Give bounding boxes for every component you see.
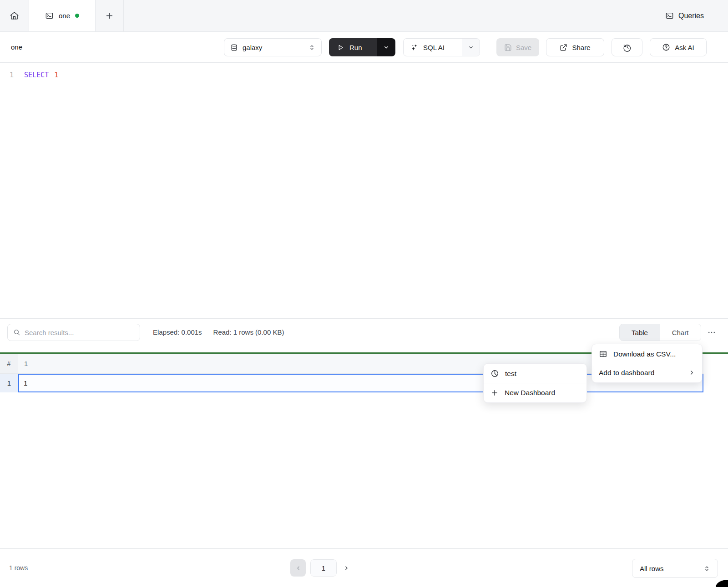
chevron-down-icon [468, 44, 474, 50]
chevron-right-icon [344, 565, 349, 571]
queries-label: Queries [678, 12, 704, 20]
results-footer: 1 rows 1 All rows [0, 548, 728, 587]
save-icon [504, 44, 512, 51]
menu-item-download-csv[interactable]: Download as CSV... [592, 345, 702, 363]
search-results-input[interactable] [25, 329, 134, 336]
menu-item-add-to-dashboard[interactable]: Add to dashboard [592, 363, 702, 382]
view-toggle-chart[interactable]: Chart [660, 324, 701, 341]
help-circle-icon [662, 43, 670, 51]
menu-item-label: Download as CSV... [613, 350, 676, 358]
ask-ai-button[interactable]: Ask AI [650, 38, 707, 56]
new-tab-button[interactable] [96, 0, 124, 31]
sql-ai-label: SQL AI [423, 44, 445, 51]
query-toolbar: one galaxy Run [0, 32, 728, 63]
run-button-group: Run [329, 38, 395, 56]
results-context-menu: Download as CSV... Add to dashboard [592, 344, 703, 383]
share-label: Share [572, 44, 590, 51]
sql-keyword: SELECT [24, 71, 49, 79]
sql-editor[interactable]: 1 SELECT1 [0, 63, 728, 318]
results-toolbar-right: Table Chart [619, 324, 716, 341]
code-text: SELECT1 [24, 71, 58, 79]
sql-ai-options-button[interactable] [462, 39, 480, 56]
database-icon [230, 44, 238, 51]
ask-ai-label: Ask AI [675, 44, 694, 51]
view-toggle-table[interactable]: Table [620, 324, 660, 341]
submenu-item-label: New Dashboard [505, 389, 555, 397]
sql-ai-button[interactable]: SQL AI [404, 39, 462, 56]
current-page-button[interactable]: 1 [310, 559, 337, 577]
run-options-button[interactable] [377, 38, 395, 56]
search-results-box [7, 324, 140, 341]
next-page-button[interactable] [341, 559, 351, 577]
home-icon [10, 11, 19, 20]
unsaved-status-dot [75, 14, 79, 18]
chevron-down-icon [383, 44, 389, 50]
sql-console-app: one Queries one [0, 0, 728, 587]
terminal-icon [665, 11, 674, 20]
view-toggle: Table Chart [619, 324, 701, 341]
submenu-item-test[interactable]: test [484, 364, 586, 383]
terminal-icon [45, 11, 54, 20]
chevrons-updown-icon [308, 44, 315, 51]
row-count: 1 rows [9, 564, 28, 572]
pagination: 1 [290, 559, 351, 577]
sql-number: 1 [54, 71, 58, 79]
history-button[interactable] [612, 38, 642, 56]
queries-button[interactable]: Queries [665, 0, 704, 31]
submenu-item-label: test [505, 370, 516, 378]
previous-page-button[interactable] [290, 559, 306, 577]
row-index: 1 [0, 374, 18, 392]
elapsed-stat: Elapsed: 0.001s [153, 324, 202, 341]
share-icon [560, 44, 567, 51]
chevrons-updown-icon [703, 565, 710, 572]
ellipsis-icon [707, 328, 716, 337]
history-icon [623, 43, 632, 52]
home-tab[interactable] [0, 0, 29, 31]
run-button[interactable]: Run [329, 38, 377, 56]
plus-icon [105, 11, 114, 20]
share-button[interactable]: Share [546, 38, 604, 56]
pie-chart-icon [490, 369, 499, 378]
editor-line: 1 SELECT1 [0, 70, 728, 80]
read-stat: Read: 1 rows (0.00 KB) [213, 324, 284, 341]
save-label: Save [516, 44, 531, 51]
database-select[interactable]: galaxy [224, 38, 322, 56]
results-more-button[interactable] [707, 324, 716, 341]
tab-one[interactable]: one [29, 0, 96, 31]
save-button[interactable]: Save [496, 38, 539, 56]
table-grid-icon [599, 350, 607, 358]
index-column-header: # [0, 354, 18, 373]
menu-item-label: Add to dashboard [599, 369, 654, 377]
sql-ai-button-group: SQL AI [403, 38, 480, 56]
run-label: Run [349, 44, 362, 51]
page-size-value: All rows [640, 565, 664, 572]
submenu-item-new-dashboard[interactable]: New Dashboard [484, 383, 586, 402]
chevron-right-icon [688, 369, 695, 376]
query-title: one [11, 43, 22, 51]
database-value: galaxy [243, 44, 262, 51]
sparkles-icon [410, 43, 419, 52]
search-icon [13, 329, 20, 336]
tab-label: one [59, 12, 70, 20]
play-icon [337, 44, 344, 51]
dashboard-submenu: test New Dashboard [483, 363, 587, 403]
chevron-left-icon [295, 565, 301, 571]
tab-bar: one Queries [0, 0, 728, 32]
line-number: 1 [0, 71, 14, 79]
plus-icon [490, 389, 499, 397]
page-size-select[interactable]: All rows [632, 559, 718, 578]
toolbar-controls: galaxy Run [224, 38, 707, 56]
